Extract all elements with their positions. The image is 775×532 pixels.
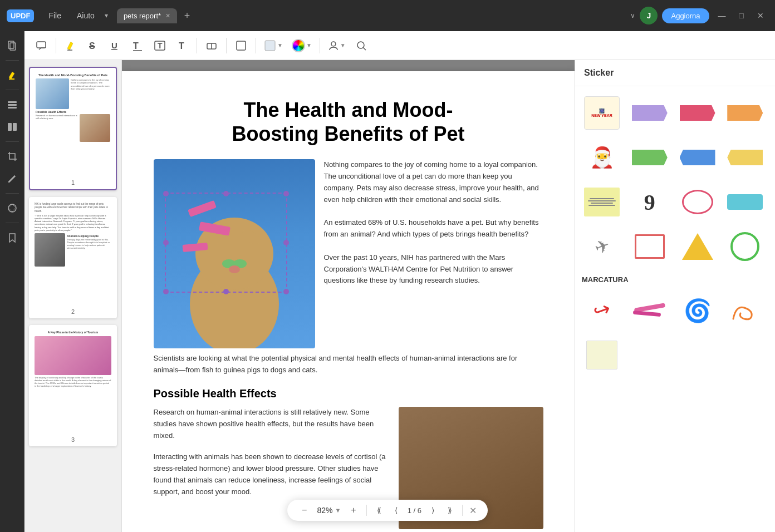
doc-area[interactable]: The Health and Mood-Boosting Benefits of…: [122, 60, 575, 532]
doc-body-4: Research on human-animal interactions is…: [154, 407, 390, 441]
sticker-oval[interactable]: [678, 182, 718, 222]
sticker-rect-red[interactable]: [630, 226, 670, 267]
sidebar-divider-2: [6, 90, 19, 90]
sticker-banner-pink[interactable]: [678, 93, 718, 133]
zoom-divider-2: [462, 505, 463, 516]
close-zoom-btn[interactable]: ✕: [469, 505, 477, 516]
svg-rect-21: [265, 41, 275, 51]
tab-dropdown-arrow[interactable]: ▾: [105, 12, 108, 19]
sidebar-icon-bookmark[interactable]: [2, 228, 22, 248]
toolbar-div-1: [56, 38, 56, 53]
sticker-banner-green[interactable]: [630, 137, 670, 178]
user-avatar: J: [640, 7, 658, 24]
sticker-paper-plane[interactable]: ✈: [582, 226, 622, 267]
sticker-triangle[interactable]: [678, 226, 718, 267]
doc-page-1: The Health and Mood-Boosting Benefits of…: [122, 71, 575, 532]
sticker-spiral[interactable]: 🌀: [678, 290, 718, 331]
page-current: 1: [408, 506, 411, 515]
pages-panel: The Health and Mood-Boosting Benefits of…: [24, 60, 122, 532]
page-thumb-3[interactable]: A Key Phase in the History of Tourism Th…: [29, 325, 117, 446]
sidebar-icon-pages[interactable]: [2, 36, 22, 56]
highlight-btn[interactable]: [61, 36, 81, 56]
page-thumb-1-content: The Health and Mood-Boosting Benefits of…: [33, 71, 112, 177]
tab-title: pets report*: [124, 12, 161, 20]
sidebar-icon-stickers[interactable]: [2, 198, 22, 218]
sticker-sticky-note[interactable]: [582, 182, 622, 222]
page-prev-btn[interactable]: ⟨: [391, 505, 401, 516]
page-total: 6: [418, 506, 421, 515]
sidebar-icon-crop[interactable]: [2, 146, 22, 166]
shape-color-btn[interactable]: ▼: [261, 36, 286, 56]
minimize-btn[interactable]: —: [714, 9, 730, 22]
sticker-banner-orange[interactable]: [725, 93, 765, 133]
page-first-btn[interactable]: ⟪: [374, 505, 385, 516]
user-menu-btn[interactable]: ▼: [325, 36, 349, 56]
underline-btn[interactable]: U: [105, 36, 125, 56]
zoom-out-btn[interactable]: −: [298, 504, 310, 516]
svg-text:T: T: [158, 41, 163, 50]
doc-section-possible: Possible Health Effects: [154, 387, 543, 400]
svg-rect-1: [10, 43, 16, 50]
color-picker-btn[interactable]: ▼: [288, 36, 315, 56]
eraser-btn[interactable]: [202, 36, 222, 56]
sidebar-icon-columns[interactable]: [2, 117, 22, 137]
page-thumb-2-content: NIK is funding large-scale surveys to fi…: [32, 200, 114, 306]
updf-logo: UPDF: [7, 9, 34, 22]
text-edit-btn[interactable]: T: [172, 36, 192, 56]
page-next-btn[interactable]: ⟩: [428, 505, 438, 516]
add-tab-btn[interactable]: +: [179, 8, 195, 23]
sticker-note-paper[interactable]: [582, 335, 622, 375]
sticker-new-year[interactable]: 🎆 NEW YEAR: [582, 93, 622, 133]
sticker-banner-blue-rev[interactable]: [678, 137, 718, 178]
svg-rect-20: [237, 41, 246, 50]
maximize-btn[interactable]: □: [735, 9, 748, 22]
sticker-pink-stroke[interactable]: [630, 290, 670, 331]
zoom-divider-1: [366, 505, 367, 516]
file-menu[interactable]: File: [43, 9, 67, 22]
svg-point-8: [8, 204, 16, 212]
tab-area: pets report* ✕ +: [117, 8, 626, 23]
strikethrough-btn[interactable]: S: [83, 36, 103, 56]
zoom-percent: 82%: [317, 506, 332, 515]
page-thumb-2[interactable]: NIK is funding large-scale surveys to fi…: [29, 197, 117, 318]
tabs-dropdown[interactable]: ∨: [630, 12, 635, 19]
tab-close-btn[interactable]: ✕: [165, 12, 170, 19]
stamp-btn[interactable]: [231, 36, 251, 56]
user-menu-arrow: ▼: [340, 42, 346, 48]
zoom-in-btn[interactable]: +: [347, 504, 359, 516]
sticker-banner-purple[interactable]: [630, 93, 670, 133]
sidebar-divider-3: [6, 141, 19, 142]
comment-btn[interactable]: [31, 36, 51, 56]
main-layout: S U T T T ▼ ▼: [0, 31, 775, 532]
sidebar-divider-1: [6, 60, 19, 61]
sticker-circle-green[interactable]: [725, 226, 765, 267]
update-button[interactable]: Aggiorna: [662, 8, 709, 23]
doc-scientist-text: Scientists are looking at what the poten…: [154, 353, 543, 376]
page-last-btn[interactable]: ⟫: [444, 505, 455, 516]
sticker-num-9[interactable]: 9: [630, 182, 670, 222]
shape-color-arrow: ▼: [277, 42, 283, 48]
page-thumb-1[interactable]: The Health and Mood-Boosting Benefits of…: [29, 67, 117, 190]
svg-rect-4: [8, 104, 17, 106]
toolbar-div-3: [226, 38, 227, 53]
sticker-curl[interactable]: [725, 290, 765, 331]
active-tab[interactable]: pets report* ✕: [117, 8, 177, 23]
page-thumb-3-content: A Key Phase in the History of Tourism Th…: [32, 328, 114, 434]
search-btn[interactable]: [351, 36, 371, 56]
sticker-panel-title: Sticker: [575, 60, 775, 86]
sidebar-icon-highlight[interactable]: [2, 65, 22, 85]
close-btn[interactable]: ✕: [753, 9, 768, 22]
color-picker-arrow: ▼: [306, 42, 312, 48]
svg-rect-7: [13, 123, 17, 131]
sticker-cyan-bar[interactable]: [725, 182, 765, 222]
text-box-btn[interactable]: T: [150, 36, 170, 56]
sticker-santa-hat[interactable]: 🎅: [582, 137, 622, 178]
sticker-arrow-red[interactable]: ↪: [582, 290, 622, 331]
zoom-dropdown-arrow[interactable]: ▼: [335, 507, 341, 514]
sticker-banner-yellow[interactable]: [725, 137, 765, 178]
aiuto-menu[interactable]: Aiuto: [71, 9, 100, 22]
sidebar-icon-list[interactable]: [2, 95, 22, 115]
text-comment-btn[interactable]: T: [127, 36, 148, 56]
sidebar-icon-edit[interactable]: [2, 169, 22, 189]
toolbar-div-4: [256, 38, 256, 53]
